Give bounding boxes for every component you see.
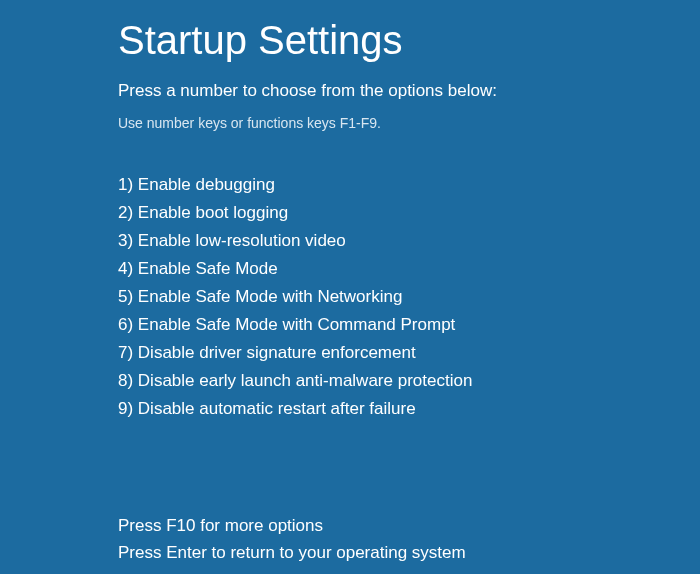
startup-settings-screen: Startup Settings Press a number to choos… [0, 0, 700, 566]
option-enable-debugging[interactable]: 1) Enable debugging [118, 171, 700, 199]
footer-return: Press Enter to return to your operating … [118, 540, 700, 566]
hint-text: Use number keys or functions keys F1-F9. [118, 115, 700, 131]
footer-more-options: Press F10 for more options [118, 513, 700, 539]
options-list: 1) Enable debugging 2) Enable boot loggi… [118, 171, 700, 423]
option-disable-automatic-restart[interactable]: 9) Disable automatic restart after failu… [118, 395, 700, 423]
option-enable-safe-mode-command-prompt[interactable]: 6) Enable Safe Mode with Command Prompt [118, 311, 700, 339]
option-enable-safe-mode-networking[interactable]: 5) Enable Safe Mode with Networking [118, 283, 700, 311]
page-title: Startup Settings [118, 18, 700, 63]
option-disable-driver-signature-enforcement[interactable]: 7) Disable driver signature enforcement [118, 339, 700, 367]
option-enable-safe-mode[interactable]: 4) Enable Safe Mode [118, 255, 700, 283]
option-enable-low-resolution-video[interactable]: 3) Enable low-resolution video [118, 227, 700, 255]
option-enable-boot-logging[interactable]: 2) Enable boot logging [118, 199, 700, 227]
option-disable-early-launch-anti-malware[interactable]: 8) Disable early launch anti-malware pro… [118, 367, 700, 395]
instruction-text: Press a number to choose from the option… [118, 81, 700, 101]
